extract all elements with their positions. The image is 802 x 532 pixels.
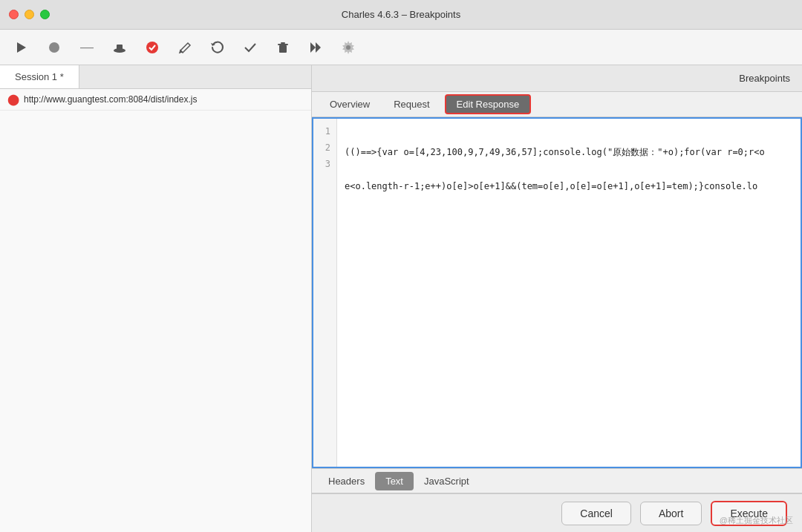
action-bar: Cancel Abort Execute [312,493,802,532]
sidebar-tab-bar: Session 1 * [0,65,311,89]
svg-rect-7 [278,44,288,45]
pencil-icon[interactable] [175,38,195,57]
bottom-tabs: Headers Text JavaScript [312,468,802,493]
trash-icon[interactable] [273,38,293,57]
tab-headers[interactable]: Headers [318,472,375,490]
record-icon[interactable] [45,38,64,57]
main-area: Session 1 * ⬤ http://www.guangtest.com:8… [0,65,802,532]
abort-button[interactable]: Abort [640,502,702,525]
watermark: @稀土掘金技术社区 [720,515,793,526]
edit-response-button[interactable]: Edit Response [445,94,532,114]
tab-overview[interactable]: Overview [318,94,382,114]
line-num-3: 3 [325,157,330,171]
error-icon: ⬤ [7,93,19,105]
svg-rect-8 [281,42,285,44]
arrow-right-icon[interactable] [12,38,31,57]
cancel-button[interactable]: Cancel [561,502,631,525]
breakpoints-tab-label[interactable]: Breakpoints [739,73,790,84]
toolbar: — [0,30,802,65]
sidebar-list: ⬤ http://www.guangtest.com:8084/dist/ind… [0,89,311,532]
tick-icon[interactable] [241,38,260,57]
svg-point-1 [49,42,59,53]
play-forward-icon[interactable] [306,38,325,57]
sub-tabs: Overview Request Edit Response [312,92,802,117]
checkmark-circle-icon[interactable] [143,38,162,57]
session-tab[interactable]: Session 1 * [0,65,79,88]
line-numbers: 1 2 3 [313,119,337,467]
tab-javascript[interactable]: JavaScript [414,472,480,490]
line-num-1: 1 [325,125,330,138]
hat-icon[interactable] [110,38,129,57]
refresh-icon[interactable] [208,38,227,57]
svg-point-5 [146,42,158,53]
right-header: Breakpoints [312,65,802,92]
separator-icon: — [77,38,97,57]
url-text: http://www.guangtest.com:8084/dist/index… [24,94,197,105]
tab-text[interactable]: Text [375,472,414,490]
svg-rect-4 [114,50,125,51]
title-bar: Charles 4.6.3 – Breakpoints [0,0,802,30]
right-panel: Breakpoints Overview Request Edit Respon… [312,65,802,532]
close-button[interactable] [9,10,19,19]
list-item[interactable]: ⬤ http://www.guangtest.com:8084/dist/ind… [0,89,311,111]
code-content[interactable]: (()==>{var o=[4,23,100,9,7,49,36,57];con… [337,119,801,467]
window-title: Charles 4.6.3 – Breakpoints [342,9,460,20]
traffic-lights [9,10,50,19]
svg-rect-6 [279,45,287,53]
svg-marker-10 [316,42,321,53]
settings-icon[interactable] [339,38,358,57]
line-num-2: 2 [325,141,330,154]
code-line-1: (()==>{var o=[4,23,100,9,7,49,36,57];con… [345,145,793,159]
code-line-2: e<o.length-r-1;e++)o[e]>o[e+1]&&(tem=o[e… [345,180,793,193]
minimize-button[interactable] [25,10,34,19]
svg-rect-3 [117,45,123,50]
tab-request[interactable]: Request [382,94,441,114]
code-editor[interactable]: 1 2 3 (()==>{var o=[4,23,100,9,7,49,36,5… [312,117,802,468]
svg-marker-9 [310,42,316,53]
svg-marker-0 [17,42,26,53]
maximize-button[interactable] [40,10,50,19]
sidebar: Session 1 * ⬤ http://www.guangtest.com:8… [0,65,312,532]
